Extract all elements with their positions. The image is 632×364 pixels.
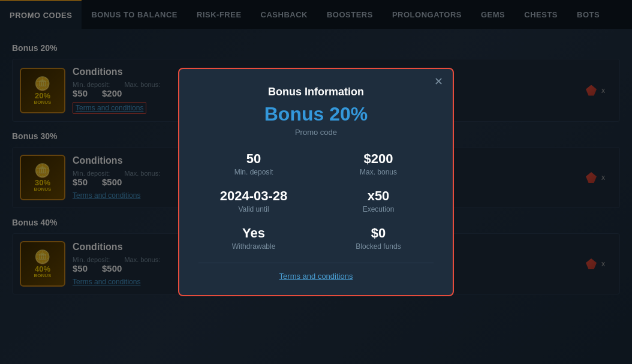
modal-bonus-title: Bonus 20% [198, 103, 434, 125]
modal-overlay[interactable]: ✕ Bonus Information Bonus 20% Promo code… [0, 0, 632, 364]
main-container: PROMO CODES BONUS TO BALANCE RISK-FREE C… [0, 0, 632, 364]
modal-stat-withdrawable-lbl: Withdrawable [198, 242, 309, 251]
modal-stat-execution: x50 Execution [323, 188, 434, 213]
modal-stat-min-deposit: 50 Min. deposit [198, 151, 309, 176]
modal-stat-valid-until-lbl: Valid until [198, 205, 309, 213]
modal-stat-execution-val: x50 [323, 188, 434, 204]
modal-terms-link[interactable]: Terms and conditions [198, 263, 434, 281]
modal-stat-blocked-funds: $0 Blocked funds [323, 225, 434, 251]
modal-stat-min-deposit-lbl: Min. deposit [198, 168, 309, 176]
modal-stat-valid-until-val: 2024-03-28 [198, 188, 309, 204]
modal-stat-max-bonus-val: $200 [323, 151, 434, 167]
modal-stat-max-bonus: $200 Max. bonus [323, 151, 434, 176]
modal-stat-withdrawable-val: Yes [198, 225, 309, 241]
modal-stat-withdrawable: Yes Withdrawable [198, 225, 309, 251]
bonus-info-modal: ✕ Bonus Information Bonus 20% Promo code… [178, 68, 454, 296]
modal-stat-max-bonus-lbl: Max. bonus [323, 168, 434, 176]
modal-stat-valid-until: 2024-03-28 Valid until [198, 188, 309, 213]
modal-stat-min-deposit-val: 50 [198, 151, 309, 167]
modal-stat-blocked-funds-val: $0 [323, 225, 434, 241]
modal-stat-execution-lbl: Execution [323, 205, 434, 213]
modal-close-button[interactable]: ✕ [434, 76, 443, 87]
modal-stats-grid: 50 Min. deposit $200 Max. bonus 2024-03-… [198, 151, 434, 251]
modal-title: Bonus Information [198, 86, 434, 98]
modal-stat-blocked-funds-lbl: Blocked funds [323, 242, 434, 251]
modal-subtitle: Promo code [198, 128, 434, 137]
